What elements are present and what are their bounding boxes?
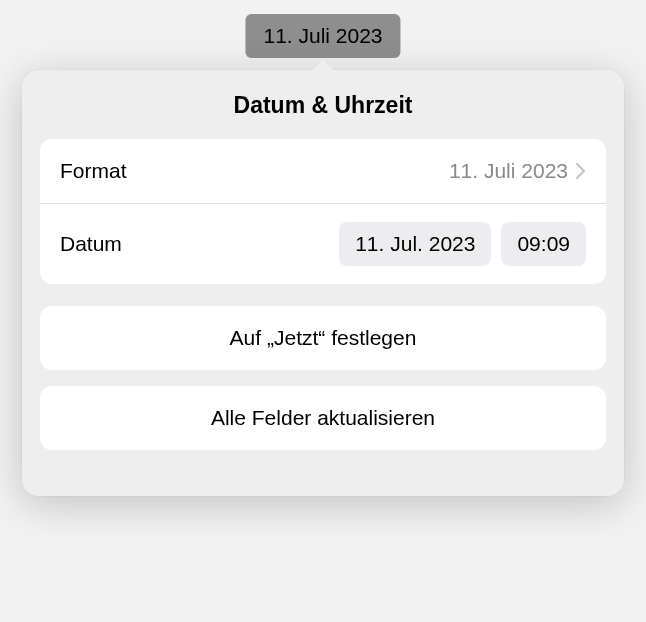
set-now-group: Auf „Jetzt“ festlegen	[40, 306, 606, 370]
popover-title: Datum & Uhrzeit	[40, 92, 606, 119]
format-row[interactable]: Format 11. Juli 2023	[40, 139, 606, 203]
time-picker-chip[interactable]: 09:09	[501, 222, 586, 266]
settings-group: Format 11. Juli 2023 Datum 11. Jul. 2023…	[40, 139, 606, 284]
chevron-right-icon	[576, 163, 586, 179]
date-field-text: 11. Juli 2023	[263, 24, 382, 47]
date-field-token[interactable]: 11. Juli 2023	[245, 14, 400, 58]
format-label: Format	[60, 159, 127, 183]
date-label: Datum	[60, 232, 122, 256]
date-picker-chip[interactable]: 11. Jul. 2023	[339, 222, 491, 266]
format-value: 11. Juli 2023	[449, 159, 568, 183]
set-now-button[interactable]: Auf „Jetzt“ festlegen	[40, 306, 606, 370]
popover-arrow	[311, 60, 335, 72]
date-row: Datum 11. Jul. 2023 09:09	[40, 203, 606, 284]
date-time-popover: Datum & Uhrzeit Format 11. Juli 2023 Dat…	[22, 70, 624, 496]
update-all-button[interactable]: Alle Felder aktualisieren	[40, 386, 606, 450]
update-all-group: Alle Felder aktualisieren	[40, 386, 606, 450]
